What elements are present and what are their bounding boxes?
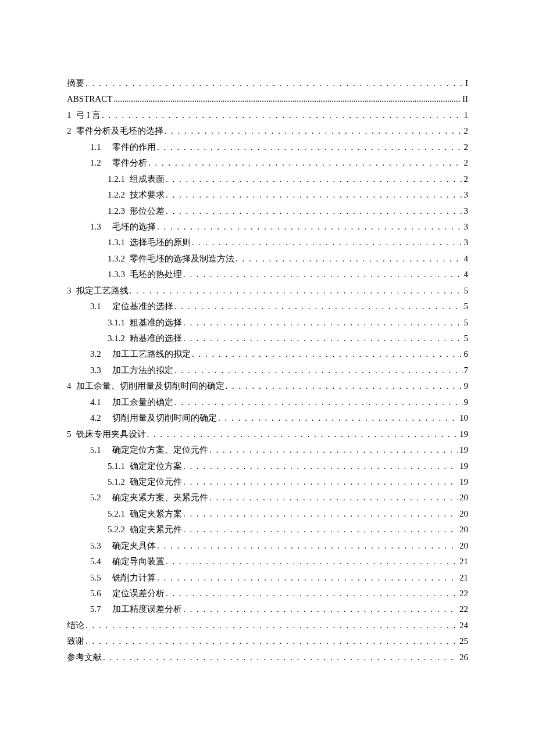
toc-leader-dots: [192, 235, 463, 250]
toc-entry-title: 技术要求: [130, 187, 165, 203]
toc-entry-page: 19: [459, 458, 468, 474]
toc-entry[interactable]: 5.6定位误差分析22: [67, 586, 468, 601]
toc-leader-dots: [183, 458, 458, 474]
toc-entry[interactable]: 1.2.2技术要求3: [67, 187, 468, 203]
toc-entry[interactable]: 1.3.1选择毛坯的原则3: [67, 235, 468, 250]
toc-entry[interactable]: 5铣床专用夹具设计19: [67, 427, 468, 442]
toc-leader-dots: [183, 506, 458, 522]
toc-leader-dots: [183, 522, 458, 538]
toc-entry-title: 加工余量的确定: [112, 395, 173, 410]
toc-entry[interactable]: 5.1.2确定定位元件19: [67, 474, 468, 490]
toc-leader-dots: [157, 139, 463, 155]
toc-entry-title: 切削用量及切削时间的确定: [112, 410, 217, 426]
toc-entry-title: 加工余量、切削用量及切削时间的确定: [76, 378, 224, 394]
toc-leader-dots: [166, 554, 458, 569]
toc-entry-number: 3.1.2: [108, 331, 130, 346]
toc-entry[interactable]: 1弓 I 言1: [67, 108, 468, 123]
toc-entry[interactable]: 5.2确定夹紧方案、夹紧元件20: [67, 490, 468, 506]
toc-entry[interactable]: 3.2加工工艺路线的拟定6: [67, 346, 468, 362]
toc-entry-title: 确定夹紧元件: [130, 522, 182, 538]
toc-entry-number: 5.1.2: [108, 474, 130, 490]
toc-entry-page: 6: [464, 346, 469, 362]
toc-entry[interactable]: 5.5铣削力计算21: [67, 570, 468, 586]
toc-entry[interactable]: 3.3加工方法的拟定7: [67, 363, 468, 378]
toc-entry-title: 零件毛坯的选择及制造方法: [130, 251, 234, 267]
toc-entry[interactable]: 5.1.1确定定位方案19: [67, 458, 468, 474]
toc-entry[interactable]: 5.2.2确定夹紧元件20: [67, 522, 468, 538]
toc-entry[interactable]: 1.3.3毛坯的热处理4: [67, 267, 468, 282]
toc-entry[interactable]: 致谢25: [67, 633, 468, 649]
toc-entry-number: 4.1: [90, 395, 112, 410]
toc-entry-number: 5.2: [90, 490, 112, 506]
toc-entry[interactable]: 参考文献26: [67, 650, 468, 665]
toc-entry-number: 5.2.1: [108, 506, 130, 522]
toc-leader-dots: [147, 427, 459, 442]
toc-leader-dots: [166, 586, 458, 601]
toc-entry-title: ABSTRACT: [67, 91, 112, 107]
toc-entry-page: 5: [464, 331, 469, 346]
toc-entry[interactable]: 5.3确定夹具体20: [67, 538, 468, 554]
toc-entry-number: 1.1: [90, 139, 112, 155]
toc-entry-number: 1: [67, 108, 76, 123]
toc-entry[interactable]: 5.4确定导向装置21: [67, 554, 468, 569]
toc-entry-number: 3.1.1: [108, 315, 130, 331]
toc-entry[interactable]: 3.1定位基准的选择5: [67, 299, 468, 314]
toc-entry[interactable]: 5.7加工精度误差分析22: [67, 601, 468, 617]
toc-entry-page: 4: [464, 251, 469, 267]
toc-entry-title: 选择毛坯的原则: [130, 235, 191, 250]
table-of-contents: 摘要IABSTRACTII1弓 I 言12零件分析及毛坯的选择21.1零件的作用…: [67, 76, 468, 665]
toc-entry-title: 致谢: [67, 633, 84, 649]
toc-entry[interactable]: 1.3毛坯的选择3: [67, 219, 468, 235]
toc-entry-title: 参考文献: [67, 650, 102, 665]
toc-entry-number: 5.5: [90, 570, 112, 586]
toc-entry[interactable]: 5.1确定定位方案、定位元件19: [67, 442, 468, 458]
toc-entry[interactable]: 摘要I: [67, 76, 468, 91]
toc-entry[interactable]: 4加工余量、切削用量及切削时间的确定9: [67, 378, 468, 394]
toc-entry-title: 确定导向装置: [112, 554, 165, 569]
toc-entry-page: 5: [464, 315, 469, 331]
toc-entry-page: 19: [459, 474, 468, 490]
toc-entry-page: 26: [459, 650, 468, 665]
toc-entry-title: 组成表面: [130, 171, 165, 187]
toc-leader-dots: [183, 331, 463, 346]
toc-leader-dots: [85, 76, 464, 91]
toc-entry[interactable]: 3.1.2精基准的选择5: [67, 331, 468, 346]
toc-entry-number: 5.3: [90, 538, 112, 554]
toc-entry-title: 摘要: [67, 76, 84, 91]
toc-entry[interactable]: 4.1加工余量的确定9: [67, 395, 468, 410]
toc-entry[interactable]: 1.2.3形位公差3: [67, 203, 468, 219]
toc-leader-dots: [148, 155, 463, 171]
toc-entry-page: 20: [459, 522, 468, 538]
toc-entry[interactable]: 3.1.1粗基准的选择5: [67, 315, 468, 331]
toc-entry[interactable]: 1.2零件分析2: [67, 155, 468, 171]
toc-entry[interactable]: 1.2.1组成表面2: [67, 171, 468, 187]
toc-entry-title: 确定夹紧方案、夹紧元件: [112, 490, 208, 506]
toc-entry[interactable]: 3拟定工艺路线5: [67, 283, 468, 299]
toc-entry[interactable]: 5.2.1确定夹紧方案20: [67, 506, 468, 522]
toc-entry-page: 19: [459, 427, 468, 442]
toc-entry[interactable]: 1.1零件的作用2: [67, 139, 468, 155]
toc-entry-number: 1.3.2: [108, 251, 130, 267]
toc-entry[interactable]: ABSTRACTII: [67, 91, 468, 107]
toc-entry[interactable]: 1.3.2零件毛坯的选择及制造方法4: [67, 251, 468, 267]
toc-leader-dots: [209, 442, 458, 458]
toc-entry-page: 2: [464, 155, 469, 171]
toc-entry[interactable]: 4.2切削用量及切削时间的确定10: [67, 410, 468, 426]
toc-entry-title: 定位误差分析: [112, 586, 165, 601]
toc-leader-dots: [85, 618, 458, 633]
toc-entry[interactable]: 结论24: [67, 618, 468, 633]
toc-entry-number: 5.7: [90, 601, 112, 617]
toc-entry-page: I: [465, 76, 468, 91]
toc-entry[interactable]: 2零件分析及毛坯的选择2: [67, 123, 468, 139]
toc-entry-number: 5.4: [90, 554, 112, 569]
toc-entry-title: 弓 I 言: [76, 108, 101, 123]
toc-entry-number: 5.1.1: [108, 458, 130, 474]
toc-entry-page: 22: [459, 601, 468, 617]
toc-entry-title: 定位基准的选择: [112, 299, 173, 314]
toc-entry-title: 零件的作用: [112, 139, 156, 155]
toc-entry-title: 结论: [67, 618, 84, 633]
toc-entry-title: 确定夹紧方案: [130, 506, 182, 522]
toc-leader-dots: [130, 283, 463, 299]
toc-entry-number: 4.2: [90, 410, 112, 426]
toc-entry-title: 零件分析: [112, 155, 147, 171]
